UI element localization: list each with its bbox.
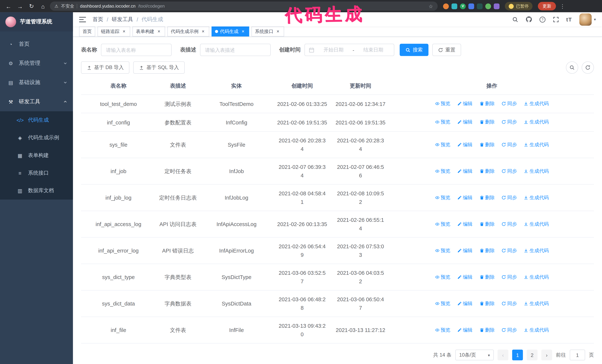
- edit-link[interactable]: 编辑: [457, 220, 473, 228]
- view-tab-codegen-example[interactable]: 代码生成示例 ×: [167, 26, 209, 36]
- preview-link[interactable]: 预览: [435, 99, 450, 108]
- import-sql-button[interactable]: 基于 SQL 导入: [133, 62, 185, 74]
- generate-code-link[interactable]: 生成代码: [524, 99, 549, 108]
- delete-link[interactable]: 删除: [479, 220, 495, 228]
- edit-link[interactable]: 编辑: [457, 246, 473, 255]
- delete-link[interactable]: 删除: [479, 193, 495, 202]
- sidebar-item-db-doc[interactable]: ▥ 数据库文档: [0, 182, 73, 199]
- next-page-button[interactable]: ›: [541, 350, 552, 360]
- page-button-2[interactable]: 2: [527, 350, 538, 360]
- edit-link[interactable]: 编辑: [457, 299, 473, 308]
- sidebar-item-home[interactable]: ◔ 首页: [0, 35, 73, 54]
- sync-link[interactable]: 同步: [502, 118, 517, 126]
- browser-back-icon[interactable]: ←: [4, 1, 13, 11]
- search-button[interactable]: 搜索: [400, 44, 429, 56]
- preview-link[interactable]: 预览: [435, 140, 450, 149]
- generate-code-link[interactable]: 生成代码: [524, 167, 549, 175]
- sidebar-logo[interactable]: 芋道管理系统: [0, 12, 73, 31]
- generate-code-link[interactable]: 生成代码: [524, 118, 549, 126]
- tab-close-icon[interactable]: ×: [156, 29, 162, 34]
- sidebar-item-dev-tools[interactable]: ⚒ 研发工具: [0, 92, 73, 111]
- sync-link[interactable]: 同步: [502, 99, 517, 108]
- extension-icon[interactable]: [485, 3, 491, 9]
- delete-link[interactable]: 删除: [479, 99, 495, 108]
- extension-icon[interactable]: [494, 3, 499, 9]
- sidebar-item-system-api[interactable]: ≡ 系统接口: [0, 164, 73, 182]
- import-db-button[interactable]: 基于 DB 导入: [81, 62, 129, 74]
- goto-page-input[interactable]: [570, 350, 585, 360]
- generate-code-link[interactable]: 生成代码: [524, 140, 549, 149]
- tab-close-icon[interactable]: ×: [240, 29, 246, 34]
- delete-link[interactable]: 删除: [479, 299, 495, 308]
- extension-icon[interactable]: [443, 3, 449, 9]
- tab-close-icon[interactable]: ×: [121, 29, 127, 34]
- sync-link[interactable]: 同步: [502, 246, 517, 255]
- delete-link[interactable]: 删除: [479, 118, 495, 126]
- sync-link[interactable]: 同步: [502, 220, 517, 228]
- delete-link[interactable]: 删除: [479, 246, 495, 255]
- preview-link[interactable]: 预览: [435, 167, 450, 175]
- view-tab-codegen-active[interactable]: 代码生成 ×: [212, 26, 249, 36]
- preview-link[interactable]: 预览: [435, 326, 450, 334]
- edit-link[interactable]: 编辑: [457, 326, 473, 334]
- delete-link[interactable]: 删除: [479, 167, 495, 175]
- extension-icon[interactable]: [460, 3, 466, 9]
- preview-link[interactable]: 预览: [435, 273, 450, 281]
- view-tab-tracing[interactable]: 链路追踪 ×: [97, 26, 130, 36]
- extension-icon[interactable]: [468, 3, 474, 9]
- sync-link[interactable]: 同步: [502, 273, 517, 281]
- sync-link[interactable]: 同步: [502, 193, 517, 202]
- view-tab-system-api[interactable]: 系统接口 ×: [252, 26, 284, 36]
- generate-code-link[interactable]: 生成代码: [524, 273, 549, 281]
- browser-forward-icon[interactable]: →: [15, 1, 25, 11]
- sync-link[interactable]: 同步: [502, 299, 517, 308]
- table-name-input[interactable]: [101, 44, 172, 56]
- tab-close-icon[interactable]: ×: [275, 29, 281, 34]
- sidebar-item-form-builder[interactable]: ▦ 表单构建: [0, 147, 73, 164]
- delete-link[interactable]: 删除: [479, 326, 495, 334]
- sync-link[interactable]: 同步: [502, 140, 517, 149]
- prev-page-button[interactable]: ‹: [497, 350, 508, 360]
- generate-code-link[interactable]: 生成代码: [524, 193, 549, 202]
- page-button-1[interactable]: 1: [512, 350, 523, 360]
- tab-close-icon[interactable]: ×: [200, 29, 206, 34]
- preview-link[interactable]: 预览: [435, 220, 450, 228]
- generate-code-link[interactable]: 生成代码: [524, 299, 549, 308]
- edit-link[interactable]: 编辑: [457, 273, 473, 281]
- sidebar-item-system-management[interactable]: ⚙ 系统管理: [0, 54, 73, 73]
- breadcrumb-dev-tools[interactable]: 研发工具: [112, 16, 133, 23]
- preview-link[interactable]: 预览: [435, 299, 450, 308]
- edit-link[interactable]: 编辑: [457, 167, 473, 175]
- sync-link[interactable]: 同步: [502, 167, 517, 175]
- help-icon[interactable]: ?: [539, 16, 546, 22]
- address-bar[interactable]: ⚠ 不安全 dashboard.yudao.iocoder.cn/tool/co…: [50, 1, 438, 11]
- toggle-search-button[interactable]: [566, 62, 578, 74]
- breadcrumb-home[interactable]: 首页: [93, 16, 103, 23]
- user-menu[interactable]: ▾: [580, 13, 596, 26]
- view-tab-form-builder[interactable]: 表单构建 ×: [132, 26, 165, 36]
- browser-reload-icon[interactable]: ↻: [27, 1, 36, 11]
- preview-link[interactable]: 预览: [435, 193, 450, 202]
- sidebar-item-codegen-example[interactable]: ◈ 代码生成示例: [0, 129, 73, 146]
- sync-paused-badge[interactable]: 已暂停: [505, 2, 533, 10]
- page-size-select[interactable]: 10条/页 ▾: [455, 350, 494, 360]
- preview-link[interactable]: 预览: [435, 118, 450, 126]
- sidebar-item-codegen[interactable]: </> 代码生成: [0, 111, 73, 129]
- edit-link[interactable]: 编辑: [457, 193, 473, 202]
- edit-link[interactable]: 编辑: [457, 140, 473, 149]
- edit-link[interactable]: 编辑: [457, 99, 473, 108]
- bookmark-star-icon[interactable]: ☆: [429, 3, 433, 9]
- search-icon[interactable]: [512, 16, 518, 22]
- delete-link[interactable]: 删除: [479, 140, 495, 149]
- extension-icon[interactable]: [452, 3, 457, 9]
- font-size-icon[interactable]: tT: [566, 16, 572, 22]
- table-desc-input[interactable]: [200, 44, 271, 56]
- fullscreen-icon[interactable]: [553, 16, 559, 22]
- sidebar-item-infrastructure[interactable]: ▤ 基础设施: [0, 73, 73, 92]
- view-tab-home[interactable]: 首页: [79, 26, 95, 36]
- extension-icon[interactable]: [477, 3, 483, 9]
- edit-link[interactable]: 编辑: [457, 118, 473, 126]
- generate-code-link[interactable]: 生成代码: [524, 326, 549, 334]
- browser-update-button[interactable]: 更新: [538, 2, 556, 10]
- generate-code-link[interactable]: 生成代码: [524, 246, 549, 255]
